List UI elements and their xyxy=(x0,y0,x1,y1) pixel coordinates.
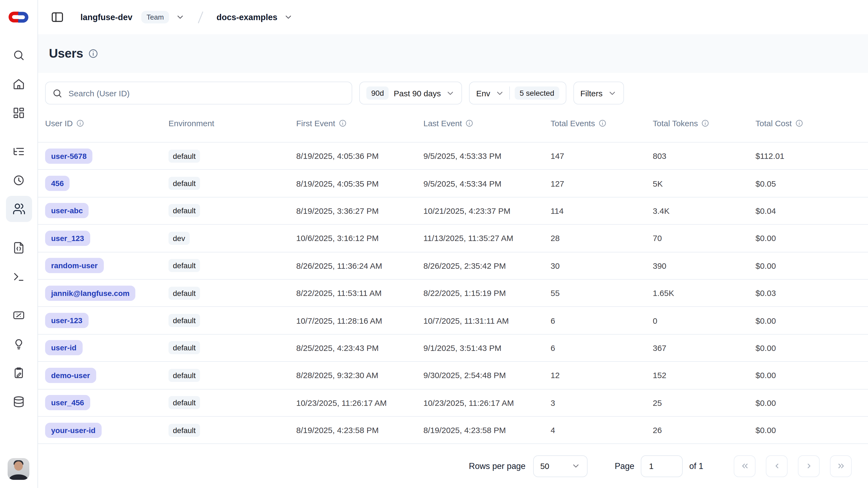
filters-button[interactable]: Filters xyxy=(574,82,624,105)
user-id-link[interactable]: random-user xyxy=(45,258,103,274)
sidebar-item-search[interactable] xyxy=(9,45,29,65)
first-page-button[interactable] xyxy=(734,455,755,477)
table-row[interactable]: user-5678 default 8/19/2025, 4:05:36 PM … xyxy=(37,143,868,170)
sidebar-item-prompts[interactable] xyxy=(9,238,29,257)
page-number-input[interactable] xyxy=(641,455,683,477)
sidebar-item-users[interactable] xyxy=(6,196,32,222)
breadcrumb-separator xyxy=(195,9,207,25)
sidebar-item-dashboards[interactable] xyxy=(9,103,29,122)
first-event-cell: 8/19/2025, 3:36:27 PM xyxy=(296,206,424,216)
org-switcher[interactable] xyxy=(176,12,185,22)
table-row[interactable]: user-123 default 10/7/2025, 11:28:16 AM … xyxy=(37,307,868,335)
column-header-first-event[interactable]: First Event xyxy=(296,119,424,128)
date-range-chip: 90d xyxy=(366,86,389,99)
total-events-cell: 12 xyxy=(551,371,653,380)
rows-per-page-select[interactable]: 50 xyxy=(533,455,588,477)
search-icon xyxy=(12,49,25,61)
sidebar-toggle-button[interactable] xyxy=(49,9,65,25)
sidebar-item-tracing[interactable] xyxy=(9,141,29,161)
user-id-cell: jannik@langfuse.com xyxy=(45,285,168,300)
first-event-cell: 8/19/2025, 4:05:35 PM xyxy=(296,179,424,188)
user-id-link[interactable]: 456 xyxy=(45,176,70,191)
search-input[interactable] xyxy=(67,88,345,98)
pagination-bar: Rows per page 50 Page of 1 xyxy=(37,444,868,488)
total-tokens-cell: 25 xyxy=(653,398,755,407)
user-id-link[interactable]: user-id xyxy=(45,340,82,355)
column-header-last-event[interactable]: Last Event xyxy=(424,119,551,128)
table-row[interactable]: random-user default 8/26/2025, 11:36:24 … xyxy=(37,252,868,280)
environment-cell: default xyxy=(168,314,296,327)
total-events-cell: 4 xyxy=(551,425,653,435)
date-range-button[interactable]: 90d Past 90 days xyxy=(359,82,462,105)
total-cost-cell: $0.05 xyxy=(755,179,868,188)
sidebar-item-datasets[interactable] xyxy=(9,392,29,411)
user-id-link[interactable]: your-user-id xyxy=(45,423,101,438)
last-event-cell: 10/21/2025, 4:23:37 PM xyxy=(424,206,551,216)
info-icon xyxy=(465,119,473,127)
table-header: User ID Environment First Event Last Eve… xyxy=(37,105,868,143)
info-icon xyxy=(76,119,84,127)
user-avatar[interactable] xyxy=(8,458,29,480)
table-row[interactable]: 456 default 8/19/2025, 4:05:35 PM 9/5/20… xyxy=(37,170,868,198)
sidebar-item-insights[interactable] xyxy=(9,334,29,354)
user-id-link[interactable]: demo-user xyxy=(45,368,96,383)
environment-cell: dev xyxy=(168,232,296,245)
sidebar-item-scores[interactable] xyxy=(9,305,29,325)
table-row[interactable]: your-user-id default 8/19/2025, 4:23:58 … xyxy=(37,417,868,444)
user-id-cell: user_456 xyxy=(45,395,168,410)
next-page-button[interactable] xyxy=(798,455,819,477)
total-cost-cell: $112.01 xyxy=(755,151,868,161)
info-icon xyxy=(795,119,803,127)
sidebar-item-playground[interactable] xyxy=(9,266,29,286)
first-event-cell: 8/26/2025, 11:36:24 AM xyxy=(296,261,424,270)
total-events-cell: 3 xyxy=(551,398,653,407)
table-row[interactable]: user-id default 8/25/2025, 4:23:43 PM 9/… xyxy=(37,334,868,362)
sidebar-item-home[interactable] xyxy=(9,74,29,93)
table-row[interactable]: user_123 dev 10/6/2025, 3:16:12 PM 11/13… xyxy=(37,225,868,252)
project-switcher[interactable] xyxy=(284,12,293,22)
last-event-cell: 9/5/2025, 4:53:33 PM xyxy=(424,151,551,161)
column-header-environment[interactable]: Environment xyxy=(168,119,296,128)
environment-badge: default xyxy=(168,341,200,354)
previous-page-button[interactable] xyxy=(766,455,787,477)
column-header-total-tokens[interactable]: Total Tokens xyxy=(653,119,755,128)
user-id-link[interactable]: user-abc xyxy=(45,203,89,219)
environment-filter-button[interactable]: Env 5 selected xyxy=(469,82,566,105)
page-label: Page xyxy=(615,461,634,471)
environment-badge: default xyxy=(168,177,200,190)
langfuse-logo-icon[interactable] xyxy=(7,9,30,25)
file-code-icon xyxy=(12,241,25,254)
user-id-cell: your-user-id xyxy=(45,423,168,438)
user-id-link[interactable]: jannik@langfuse.com xyxy=(45,285,135,300)
user-id-link[interactable]: user-5678 xyxy=(45,148,93,164)
last-event-cell: 9/30/2025, 2:54:48 PM xyxy=(424,371,551,380)
table-row[interactable]: user-abc default 8/19/2025, 3:36:27 PM 1… xyxy=(37,198,868,225)
environment-cell: default xyxy=(168,204,296,217)
total-cost-cell: $0.00 xyxy=(755,425,868,435)
sidebar-item-annotation[interactable] xyxy=(9,363,29,382)
user-id-link[interactable]: user-123 xyxy=(45,313,88,328)
org-name[interactable]: langfuse-dev xyxy=(81,12,132,22)
total-events-cell: 147 xyxy=(551,151,653,161)
column-header-total-cost[interactable]: Total Cost xyxy=(755,119,868,128)
environment-cell: default xyxy=(168,149,296,163)
table-row[interactable]: user_456 default 10/23/2025, 11:26:17 AM… xyxy=(37,389,868,417)
info-icon[interactable] xyxy=(88,49,98,59)
last-event-cell: 9/1/2025, 3:51:43 PM xyxy=(424,343,551,352)
user-id-cell: user-abc xyxy=(45,203,168,219)
total-cost-cell: $0.00 xyxy=(755,398,868,407)
environment-badge: default xyxy=(168,149,200,163)
user-id-link[interactable]: user_456 xyxy=(45,395,90,410)
table-row[interactable]: demo-user default 8/28/2025, 9:32:30 AM … xyxy=(37,362,868,389)
column-header-total-events[interactable]: Total Events xyxy=(551,119,653,128)
project-name[interactable]: docs-examples xyxy=(217,12,277,22)
user-id-link[interactable]: user_123 xyxy=(45,231,90,246)
last-page-button[interactable] xyxy=(830,455,852,477)
total-tokens-cell: 390 xyxy=(653,261,755,270)
divider xyxy=(509,86,510,99)
table-row[interactable]: jannik@langfuse.com default 8/22/2025, 1… xyxy=(37,280,868,307)
column-header-user-id[interactable]: User ID xyxy=(45,119,168,128)
total-tokens-cell: 5K xyxy=(653,179,755,188)
page-of-label: of 1 xyxy=(689,461,703,471)
sidebar-item-sessions[interactable] xyxy=(9,170,29,190)
